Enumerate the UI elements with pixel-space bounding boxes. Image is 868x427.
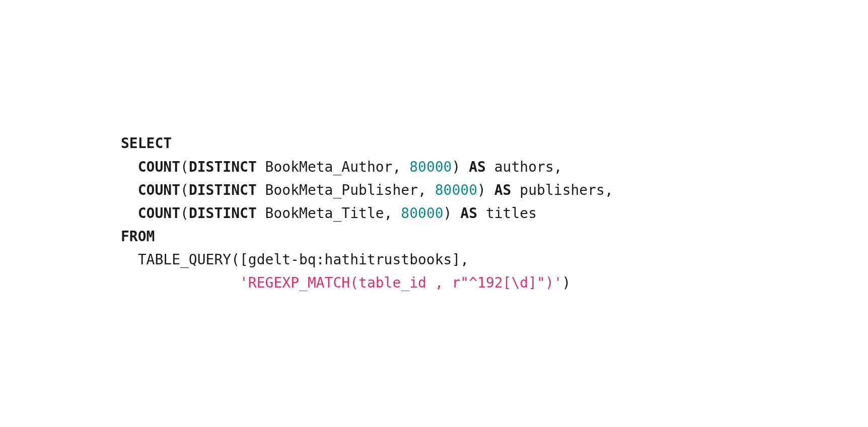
paren-open: (: [180, 159, 189, 175]
paren-close: ): [452, 159, 469, 175]
column-author: BookMeta_Author,: [257, 159, 409, 175]
column-title: BookMeta_Title,: [257, 205, 401, 222]
keyword-as: AS: [460, 205, 477, 222]
sql-code-block: SELECT COUNT(DISTINCT BookMeta_Author, 8…: [121, 132, 613, 295]
paren-close: ): [562, 274, 571, 291]
paren-open: (: [180, 182, 189, 198]
paren-open: (: [180, 205, 189, 222]
keyword-from: FROM: [121, 228, 155, 245]
keyword-count: COUNT: [138, 159, 180, 175]
number-literal: 80000: [435, 182, 477, 198]
paren-close: ): [444, 205, 461, 222]
string-literal: 'REGEXP_MATCH(table_id , r"^192[\d]")': [240, 274, 562, 291]
keyword-distinct: DISTINCT: [189, 159, 257, 175]
paren-close: ): [477, 182, 494, 198]
keyword-as: AS: [494, 182, 512, 198]
alias-titles: titles: [477, 205, 537, 222]
alias-publishers: publishers,: [511, 182, 613, 198]
column-publisher: BookMeta_Publisher,: [257, 182, 435, 198]
alias-authors: authors,: [486, 159, 562, 175]
number-literal: 80000: [401, 205, 443, 222]
keyword-count: COUNT: [138, 205, 180, 222]
keyword-distinct: DISTINCT: [189, 182, 257, 198]
keyword-select: SELECT: [121, 135, 172, 152]
keyword-distinct: DISTINCT: [189, 205, 257, 222]
keyword-count: COUNT: [138, 182, 180, 198]
table-query-call: TABLE_QUERY([gdelt-bq:hathitrustbooks],: [121, 251, 469, 268]
keyword-as: AS: [469, 159, 486, 175]
indent: [121, 274, 240, 291]
number-literal: 80000: [409, 159, 452, 175]
